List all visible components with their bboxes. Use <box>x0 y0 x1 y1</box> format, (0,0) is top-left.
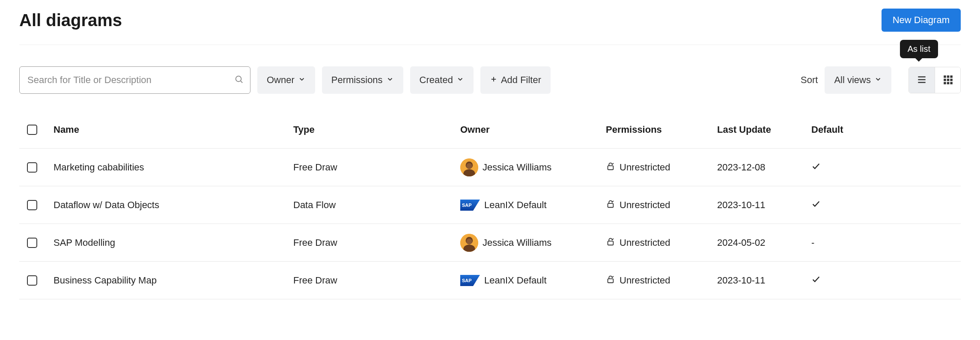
svg-rect-9 <box>950 75 952 78</box>
filter-owner-label: Owner <box>267 75 295 86</box>
check-icon <box>811 200 821 211</box>
cell-default <box>811 274 897 286</box>
cell-permissions: Unrestricted <box>606 237 717 249</box>
toolbar: As list Owner Permissions Created <box>19 45 961 111</box>
sap-logo-icon: SAP <box>460 275 480 286</box>
cell-permissions: Unrestricted <box>606 199 717 211</box>
add-filter-label: Add Filter <box>501 75 541 86</box>
page-title: All diagrams <box>19 11 122 30</box>
chevron-down-icon <box>298 75 306 86</box>
filter-created-label: Created <box>420 75 453 86</box>
table-header: Name Type Owner Permissions Last Update … <box>19 111 961 149</box>
table-row[interactable]: Business Capability MapFree Draw SAP Lea… <box>19 262 961 299</box>
row-checkbox[interactable] <box>27 275 37 286</box>
cell-name: Business Capability Map <box>54 275 293 286</box>
cell-owner: Jessica Williams <box>460 234 606 252</box>
list-icon <box>916 74 927 86</box>
svg-rect-14 <box>947 82 949 84</box>
avatar <box>460 158 478 176</box>
svg-rect-11 <box>947 78 949 81</box>
unlock-icon <box>606 199 615 211</box>
chevron-down-icon <box>456 75 464 86</box>
owner-name: Jessica Williams <box>483 162 551 173</box>
sort-views-label: All views <box>834 75 871 86</box>
table-row[interactable]: SAP ModellingFree Draw Jessica Williams … <box>19 224 961 262</box>
svg-rect-20 <box>608 166 614 170</box>
search-input[interactable] <box>19 66 250 94</box>
unlock-icon <box>606 237 615 249</box>
check-icon <box>811 162 821 173</box>
view-toggle <box>909 67 961 93</box>
sap-logo-icon: SAP <box>460 200 480 211</box>
permissions-text: Unrestricted <box>620 275 670 286</box>
cell-type: Free Draw <box>293 275 460 286</box>
cell-owner: SAP LeanIX Default <box>460 200 606 211</box>
new-diagram-button[interactable]: New Diagram <box>882 9 961 32</box>
svg-rect-13 <box>944 82 946 84</box>
svg-rect-10 <box>944 78 946 81</box>
cell-default: - <box>811 237 897 248</box>
svg-rect-7 <box>944 75 946 78</box>
cell-last-update: 2023-10-11 <box>717 200 811 211</box>
cell-type: Data Flow <box>293 200 460 211</box>
svg-point-27 <box>466 239 472 245</box>
cell-default <box>811 161 897 173</box>
cell-owner: Jessica Williams <box>460 158 606 176</box>
cell-type: Free Draw <box>293 162 460 173</box>
svg-rect-23 <box>608 203 614 207</box>
svg-point-0 <box>236 76 241 82</box>
cell-type: Free Draw <box>293 237 460 248</box>
svg-rect-8 <box>947 75 949 78</box>
cell-default <box>811 199 897 211</box>
table-row[interactable]: Dataflow w/ Data ObjectsData Flow SAP Le… <box>19 186 961 224</box>
grid-icon <box>942 74 953 86</box>
search-icon <box>234 75 244 86</box>
col-permissions[interactable]: Permissions <box>606 124 717 135</box>
view-list-button[interactable] <box>909 67 935 93</box>
cell-last-update: 2024-05-02 <box>717 237 811 248</box>
filter-owner[interactable]: Owner <box>257 66 315 94</box>
svg-line-1 <box>241 81 242 83</box>
tooltip-as-list: As list <box>900 40 938 58</box>
col-name[interactable]: Name <box>54 124 293 135</box>
col-type[interactable]: Type <box>293 124 460 135</box>
svg-rect-28 <box>608 241 614 245</box>
filter-permissions[interactable]: Permissions <box>322 66 403 94</box>
svg-point-19 <box>466 163 472 169</box>
permissions-text: Unrestricted <box>620 237 670 248</box>
add-filter-button[interactable]: Add Filter <box>480 66 551 94</box>
filter-created[interactable]: Created <box>410 66 474 94</box>
chevron-down-icon <box>874 75 882 86</box>
plus-icon <box>490 75 497 86</box>
check-icon <box>811 275 821 286</box>
row-checkbox[interactable] <box>27 200 37 210</box>
avatar <box>460 234 478 252</box>
owner-name: Jessica Williams <box>483 237 551 248</box>
table-row[interactable]: Marketing cababilitiesFree Draw Jessica … <box>19 149 961 186</box>
svg-text:SAP: SAP <box>462 278 472 283</box>
cell-name: Marketing cababilities <box>54 162 293 173</box>
col-default[interactable]: Default <box>811 124 897 135</box>
unlock-icon <box>606 274 615 286</box>
svg-rect-15 <box>950 82 952 84</box>
search-field-wrap <box>19 66 250 94</box>
col-last-update[interactable]: Last Update <box>717 124 811 135</box>
permissions-text: Unrestricted <box>620 200 670 211</box>
select-all-checkbox[interactable] <box>27 125 37 135</box>
cell-last-update: 2023-12-08 <box>717 162 811 173</box>
cell-name: SAP Modelling <box>54 237 293 248</box>
filter-permissions-label: Permissions <box>331 75 383 86</box>
chevron-down-icon <box>386 75 394 86</box>
col-owner[interactable]: Owner <box>460 124 606 135</box>
owner-name: LeanIX Default <box>484 200 547 211</box>
cell-name: Dataflow w/ Data Objects <box>54 200 293 211</box>
row-checkbox[interactable] <box>27 162 37 173</box>
sort-views-dropdown[interactable]: All views <box>825 66 891 94</box>
row-checkbox[interactable] <box>27 238 37 248</box>
view-grid-button[interactable] <box>935 67 960 93</box>
cell-permissions: Unrestricted <box>606 161 717 173</box>
diagrams-table: Name Type Owner Permissions Last Update … <box>19 111 961 299</box>
cell-last-update: 2023-10-11 <box>717 275 811 286</box>
page-header: All diagrams New Diagram <box>19 9 961 45</box>
svg-rect-12 <box>950 78 952 81</box>
